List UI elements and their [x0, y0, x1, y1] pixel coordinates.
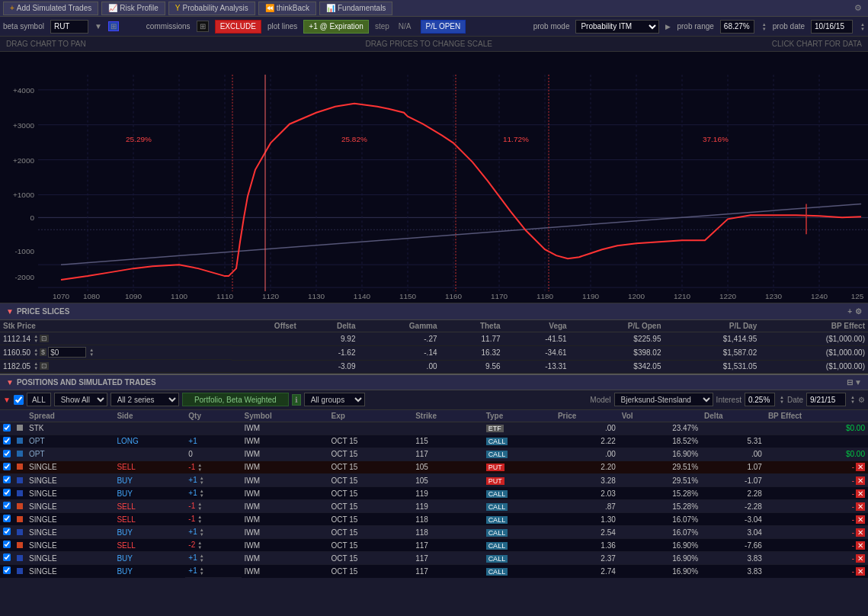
plot-lines-btn[interactable]: +1 @ Expiration: [303, 20, 369, 34]
date-stepper[interactable]: ▲▼: [850, 395, 855, 404]
stk2-offset-input[interactable]: [48, 347, 86, 358]
slice-stk-price3[interactable]: 1182.05 ▲▼ ⊡: [0, 360, 232, 373]
prob-mode-arrow[interactable]: ▶: [665, 23, 671, 30]
row-bp-s4: -✕: [765, 500, 868, 513]
qty-s6-stepper[interactable]: ▲▼: [200, 528, 204, 537]
s3-close-btn[interactable]: ✕: [856, 489, 865, 498]
price-slices-collapse[interactable]: ▼: [6, 307, 14, 316]
positions-collapse[interactable]: ▼: [6, 378, 14, 387]
qty-s3-stepper[interactable]: ▲▼: [200, 489, 204, 498]
row-price-s4: .87: [555, 500, 619, 513]
row-color-s3: [17, 490, 23, 496]
qty-s8-stepper[interactable]: ▲▼: [200, 553, 204, 563]
show-all-select[interactable]: Show All: [54, 393, 107, 406]
s9-close-btn[interactable]: ✕: [856, 567, 865, 576]
prob-range-input[interactable]: [720, 20, 754, 34]
s5-close-btn[interactable]: ✕: [856, 515, 865, 524]
stk1-reset[interactable]: ⊡: [40, 335, 49, 342]
row-type-opt1: CALL: [483, 435, 555, 448]
qty-s2-stepper[interactable]: ▲▼: [200, 476, 204, 485]
row-exp-stk: [328, 422, 413, 435]
series-select[interactable]: All 2 series: [111, 393, 179, 406]
positions-settings-icon[interactable]: ▼: [854, 378, 862, 387]
stk2-stepper[interactable]: ▲▼: [34, 348, 38, 357]
fundamentals-btn[interactable]: 📊 Fundamentals: [319, 2, 392, 15]
row-chk-s6[interactable]: [3, 528, 11, 535]
interest-input[interactable]: [745, 393, 775, 406]
pos-row-single2: SINGLE BUY +1 ▲▼ IWM OCT 15 105 PUT 3.28…: [0, 474, 868, 487]
portfolio-btn[interactable]: Portfolio, Beta Weighted: [182, 393, 289, 406]
exclude-btn[interactable]: EXCLUDE: [215, 20, 261, 34]
model-select[interactable]: Bjerksund-Stensland: [614, 393, 713, 406]
row-qty-s3: +1 ▲▼: [185, 487, 241, 500]
groups-select[interactable]: All groups: [304, 393, 365, 406]
slice-stk-price[interactable]: 1112.14 ▲▼ ⊡: [0, 332, 232, 345]
qty-s1-stepper[interactable]: ▲▼: [197, 463, 202, 472]
s4-close-btn[interactable]: ✕: [856, 502, 865, 511]
pos-collapse-arrow[interactable]: ▼: [3, 396, 11, 404]
price-slices-add-icon[interactable]: +: [847, 307, 852, 316]
date-input[interactable]: [806, 393, 846, 406]
row-price-s8: 2.37: [555, 552, 619, 565]
row-delta-s1: 1.07: [701, 460, 765, 474]
prob-range-stepper[interactable]: ▲▼: [762, 22, 767, 31]
s2-close-btn[interactable]: ✕: [856, 476, 865, 485]
beta-symbol-arrows[interactable]: ▼: [94, 22, 102, 30]
row-chk-s8[interactable]: [3, 553, 11, 561]
add-simulated-btn[interactable]: + Add Simulated Trades: [3, 2, 98, 15]
stk3-reset[interactable]: ⊡: [40, 362, 49, 370]
slice-stk-price2[interactable]: 1160.50 ▲▼ $ ▲▼: [0, 345, 232, 360]
row-chk-stk[interactable]: [3, 424, 11, 432]
row-exp-s1: OCT 15: [328, 460, 413, 474]
row-chk-s2[interactable]: [3, 476, 11, 483]
risk-profile-btn[interactable]: 📈 Risk Profile: [101, 2, 165, 15]
probability-btn[interactable]: Y Probability Analysis: [168, 2, 255, 15]
row-chk-opt2[interactable]: [3, 450, 11, 457]
pos-row-single5: SINGLE SELL -1 ▲▼ IWM OCT 15 118 CALL 1.…: [0, 513, 868, 526]
price-slice-row: 1182.05 ▲▼ ⊡ -3.09 .00 9.56 -13.31 $342.…: [0, 360, 868, 373]
row-spread-s7: SINGLE: [26, 539, 114, 552]
row-chk-s7[interactable]: [3, 541, 11, 548]
stk1-stepper[interactable]: ▲▼: [34, 334, 38, 343]
row-chk-s4[interactable]: [3, 502, 11, 509]
date-gear-icon[interactable]: ⚙: [858, 396, 865, 404]
svg-text:1110: 1110: [216, 292, 234, 300]
beta-grid-btn[interactable]: ⊞: [108, 21, 119, 31]
row-chk-s3[interactable]: [3, 489, 11, 496]
settings-gear-icon[interactable]: ⚙: [851, 3, 865, 13]
positions-filter-icon[interactable]: ⊟: [847, 378, 853, 387]
prob-date-stepper[interactable]: ▲▼: [860, 22, 865, 31]
qty-s4-stepper[interactable]: ▲▼: [197, 502, 202, 511]
fund-icon: 📊: [326, 4, 335, 12]
prob-date-input[interactable]: [811, 20, 853, 34]
chart-area[interactable]: +4000 +3000 +2000 +1000 0 -1000 -2000 10…: [0, 52, 868, 303]
row-color-s2: [17, 477, 23, 483]
stk3-stepper[interactable]: ▲▼: [34, 361, 38, 371]
row-chk-opt1[interactable]: [3, 437, 11, 444]
all-checkbox[interactable]: [14, 395, 24, 405]
s7-close-btn[interactable]: ✕: [856, 541, 865, 550]
row-chk-s9[interactable]: [3, 566, 11, 574]
prob-range-label: prob range: [677, 22, 713, 30]
qty-s7-stepper[interactable]: ▲▼: [197, 541, 202, 550]
prob-mode-select[interactable]: Probability ITM: [575, 20, 659, 34]
qty-s9-stepper[interactable]: ▲▼: [200, 566, 204, 576]
s6-close-btn[interactable]: ✕: [856, 528, 865, 537]
thinkback-btn[interactable]: ⏪ thinkBack: [258, 2, 316, 15]
portfolio-info-icon[interactable]: ℹ: [292, 394, 301, 406]
row-strike-s4: 119: [412, 500, 482, 513]
model-label: Model: [590, 396, 610, 404]
all-btn[interactable]: ALL: [27, 393, 51, 406]
price-slices-gear-icon[interactable]: ⚙: [855, 307, 862, 316]
stk2-dollar[interactable]: $: [40, 348, 46, 356]
beta-symbol-input[interactable]: [50, 20, 88, 34]
interest-stepper[interactable]: ▲▼: [780, 395, 784, 404]
stk2-offset-stepper[interactable]: ▲▼: [89, 348, 94, 357]
pl-open-btn[interactable]: P/L OPEN: [421, 20, 466, 34]
s1-close-btn[interactable]: ✕: [856, 463, 865, 471]
s8-close-btn[interactable]: ✕: [856, 554, 865, 563]
row-color-s7: [17, 542, 23, 548]
qty-s5-stepper[interactable]: ▲▼: [197, 515, 202, 524]
row-chk-s5[interactable]: [3, 515, 11, 522]
row-chk-s1[interactable]: [3, 463, 11, 470]
